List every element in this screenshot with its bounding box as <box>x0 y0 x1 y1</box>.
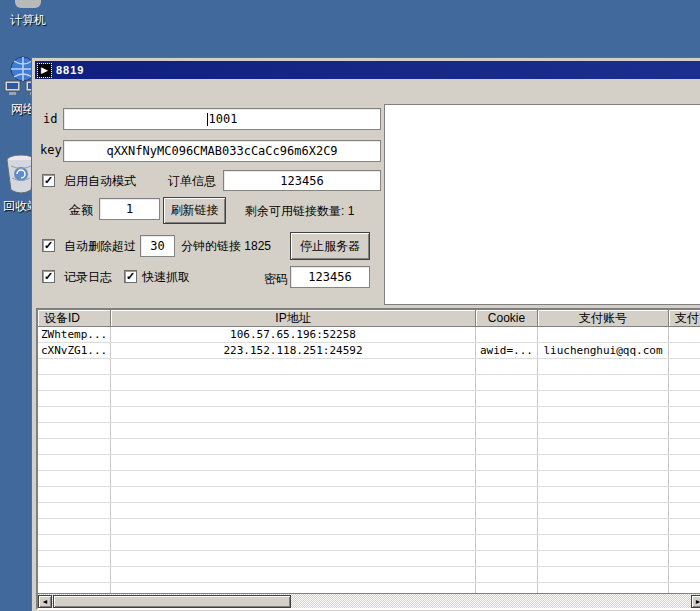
scrollbar-thumb[interactable] <box>53 595 291 608</box>
table-cell <box>669 535 700 550</box>
fast-capture-label: 快速抓取 <box>142 269 190 286</box>
table-cell <box>38 471 111 486</box>
table-cell <box>476 423 538 438</box>
auto-delete-checkbox[interactable]: ✓ <box>42 239 55 252</box>
table-row[interactable] <box>38 407 700 423</box>
table-cell <box>38 359 111 374</box>
scroll-right-button[interactable]: ► <box>691 595 700 608</box>
table-cell <box>476 375 538 390</box>
table-cell <box>476 487 538 502</box>
table-cell <box>111 407 476 422</box>
table-row[interactable] <box>38 503 700 519</box>
refresh-links-button[interactable]: 刷新链接 <box>163 197 226 224</box>
table-cell <box>38 487 111 502</box>
app-window: ▶ 8819 id 1001 key qXXNfNyMC096CMAB033cC… <box>32 58 700 611</box>
table-cell <box>111 567 476 582</box>
auto-mode-checkbox[interactable]: ✓ <box>42 174 55 187</box>
table-row[interactable] <box>38 535 700 551</box>
table-cell <box>111 439 476 454</box>
table-cell <box>476 359 538 374</box>
table-cell <box>111 375 476 390</box>
table-cell <box>538 391 669 406</box>
auto-delete-suffix-label: 分钟的链接 1825 <box>181 238 271 255</box>
table-cell <box>38 535 111 550</box>
table-cell <box>111 487 476 502</box>
table-row[interactable] <box>38 455 700 471</box>
table-cell <box>38 375 111 390</box>
table-cell <box>538 551 669 566</box>
table-row[interactable] <box>38 423 700 439</box>
col-header-pay-password[interactable]: 支付密码 <box>669 310 700 327</box>
horizontal-scrollbar[interactable]: ◄ ► <box>38 593 700 608</box>
text-caret <box>207 113 208 126</box>
table-cell <box>111 519 476 534</box>
table-cell <box>538 423 669 438</box>
table-cell <box>111 423 476 438</box>
table-cell <box>476 407 538 422</box>
computer-icon <box>15 0 41 8</box>
table-row[interactable] <box>38 439 700 455</box>
id-input[interactable]: 1001 <box>63 108 381 130</box>
table-cell <box>38 583 111 593</box>
log-label: 记录日志 <box>64 269 112 286</box>
table-row[interactable] <box>38 391 700 407</box>
table-cell <box>476 439 538 454</box>
table-cell <box>538 375 669 390</box>
table-cell <box>669 407 700 422</box>
table-header-row: 设备ID IP地址 Cookie 支付账号 支付密码 <box>38 310 700 327</box>
id-label: id <box>43 112 57 126</box>
table-row[interactable]: cXNvZG1...223.152.118.251:24592awid=...l… <box>38 343 700 359</box>
table-cell <box>538 471 669 486</box>
log-panel <box>384 104 700 305</box>
table-cell <box>476 567 538 582</box>
table-cell <box>538 503 669 518</box>
fast-capture-checkbox[interactable]: ✓ <box>124 270 137 283</box>
window-icon: ▶ <box>38 64 51 77</box>
table-cell <box>476 519 538 534</box>
table-cell: liuchenghui@qq.com <box>538 343 669 358</box>
table-cell <box>476 503 538 518</box>
table-row[interactable] <box>38 567 700 583</box>
col-header-ip[interactable]: IP地址 <box>111 310 476 327</box>
title-bar[interactable]: ▶ 8819 <box>35 61 700 79</box>
col-header-cookie[interactable]: Cookie <box>476 310 538 327</box>
amount-label: 金额 <box>69 202 93 219</box>
table-row[interactable] <box>38 519 700 535</box>
table-cell <box>38 503 111 518</box>
table-row[interactable] <box>38 551 700 567</box>
table-cell <box>38 567 111 582</box>
table-cell <box>538 567 669 582</box>
password-input[interactable]: 123456 <box>290 266 370 288</box>
table-row[interactable] <box>38 359 700 375</box>
table-cell <box>38 551 111 566</box>
desktop: 计算机 网络 回收站 <box>0 0 700 611</box>
table-cell <box>476 551 538 566</box>
table-cell <box>538 583 669 593</box>
table-cell <box>476 391 538 406</box>
key-input[interactable]: qXXNfNyMC096CMAB033cCaCc96m6X2C9 <box>63 140 381 162</box>
amount-input[interactable]: 1 <box>99 198 160 220</box>
table-row[interactable] <box>38 375 700 391</box>
table-row[interactable]: ZWhtemp...106.57.65.196:52258 <box>38 327 700 343</box>
stop-server-button[interactable]: 停止服务器 <box>290 232 370 260</box>
table-row[interactable] <box>38 583 700 593</box>
table-cell <box>111 551 476 566</box>
table-row[interactable] <box>38 487 700 503</box>
table-cell: 106.57.65.196:52258 <box>111 327 476 342</box>
auto-delete-label: 自动删除超过 <box>64 238 136 255</box>
table-cell <box>111 471 476 486</box>
scroll-left-button[interactable]: ◄ <box>38 595 52 608</box>
table-row[interactable] <box>38 471 700 487</box>
table-cell <box>669 455 700 470</box>
log-checkbox[interactable]: ✓ <box>42 270 55 283</box>
table-cell <box>111 359 476 374</box>
order-info-input[interactable]: 123456 <box>223 170 381 191</box>
table-cell <box>538 327 669 342</box>
table-cell <box>669 391 700 406</box>
col-header-device-id[interactable]: 设备ID <box>38 310 111 327</box>
auto-delete-minutes-input[interactable]: 30 <box>140 235 175 257</box>
key-label: key <box>40 143 62 157</box>
table-cell <box>669 343 700 358</box>
col-header-account[interactable]: 支付账号 <box>538 310 669 327</box>
desktop-icon-computer[interactable]: 计算机 <box>0 0 56 28</box>
